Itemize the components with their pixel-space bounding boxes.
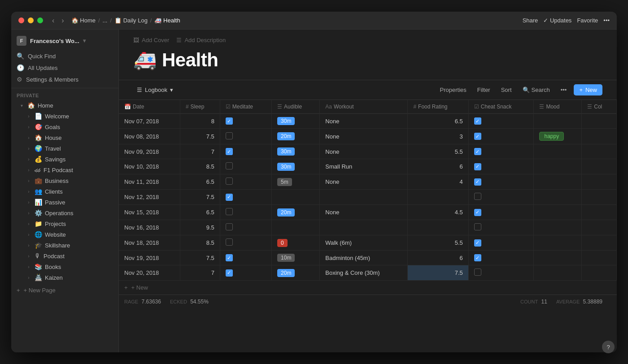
cell-cheat-snack[interactable]: [468, 190, 534, 205]
sidebar-item-projects[interactable]: › 📁 Projects: [13, 218, 117, 229]
col-sleep[interactable]: #Sleep: [180, 100, 220, 114]
cell-cheat-snack[interactable]: ✓: [468, 129, 534, 144]
sort-button[interactable]: Sort: [497, 85, 515, 95]
podcast-emoji: 🎙: [35, 252, 41, 260]
table-row[interactable]: Nov 15, 20186.520mNone4.5✓: [119, 205, 617, 220]
cell-meditate[interactable]: [220, 174, 271, 190]
table-row[interactable]: Nov 11, 20186.55mNone4✓: [119, 174, 617, 190]
close-button[interactable]: [18, 17, 24, 23]
breadcrumb-home[interactable]: 🏠 Home: [71, 17, 96, 24]
table-row[interactable]: Nov 12, 20187.5✓: [119, 190, 617, 205]
col-date[interactable]: 📅Date: [119, 100, 180, 114]
col-audible[interactable]: ☰Audible: [272, 100, 320, 114]
sidebar-item-passive[interactable]: › 📊 Passive: [13, 197, 117, 208]
sidebar-item-books[interactable]: › 📚 Books: [13, 261, 117, 272]
cell-cheat-snack[interactable]: [468, 220, 534, 235]
cell-mood: [534, 174, 582, 190]
sidebar-item-welcome[interactable]: › 📄 Welcome: [13, 111, 117, 121]
cell-meditate[interactable]: ✓: [220, 144, 271, 159]
cell-meditate[interactable]: [220, 235, 271, 251]
sidebar-item-goals[interactable]: › 🎯 Goals: [13, 121, 117, 132]
sidebar-item-operations[interactable]: › ⚙️ Operations: [13, 208, 117, 218]
cell-audible: 20m: [272, 205, 320, 220]
cell-cheat-snack[interactable]: [468, 265, 534, 281]
sidebar-item-f1podcast[interactable]: › 🏎 F1 Podcast: [13, 165, 117, 175]
table-row[interactable]: Nov 19, 20187.5✓10mBadminton (45m)6✓: [119, 251, 617, 265]
sidebar-item-home[interactable]: ▾ 🏠 Home: [13, 100, 117, 111]
sidebar-item-house[interactable]: › 🏠 House: [13, 132, 117, 143]
more-options-button[interactable]: •••: [557, 85, 571, 95]
cell-cheat-snack[interactable]: ✓: [468, 205, 534, 220]
cell-meditate[interactable]: ✓: [220, 114, 271, 129]
table-row[interactable]: Nov 20, 20187✓20mBoxing & Core (30m)7.5: [119, 265, 617, 281]
share-button[interactable]: Share: [523, 17, 538, 24]
back-button[interactable]: ‹: [50, 16, 56, 26]
cell-meditate[interactable]: ✓: [220, 190, 271, 205]
cell-meditate[interactable]: ✓: [220, 265, 271, 281]
col-workout[interactable]: AaWorkout: [320, 100, 408, 114]
sidebar-item-podcast[interactable]: › 🎙 Podcast: [13, 251, 117, 261]
settings-button[interactable]: ⚙ Settings & Members: [11, 74, 118, 85]
footer-average: AVERAGE 5.38889: [556, 299, 602, 305]
col-mood[interactable]: ☰Mood: [534, 100, 582, 114]
breadcrumb-ellipsis[interactable]: ...: [103, 17, 108, 24]
cell-workout: Boxing & Core (30m): [320, 265, 408, 281]
breadcrumb-daily-log[interactable]: 📋 Daily Log: [114, 17, 148, 24]
sidebar-item-clients[interactable]: › 👥 Clients: [13, 186, 117, 197]
cell-meditate[interactable]: [220, 205, 271, 220]
sidebar-item-kaizen[interactable]: › 🏯 Kaizen: [13, 272, 117, 283]
new-page-button[interactable]: + + New Page: [11, 285, 118, 296]
cell-cheat-snack[interactable]: ✓: [468, 174, 534, 190]
website-emoji: 🌐: [35, 231, 42, 238]
table-row[interactable]: Nov 07, 20188✓30mNone6.5✓: [119, 114, 617, 129]
all-updates-button[interactable]: 🕐 All Updates: [11, 62, 118, 74]
page-emoji: 🚑: [133, 49, 157, 71]
logbook-view-button[interactable]: ☰ Logbook ▾: [133, 85, 177, 95]
cell-meditate[interactable]: ✓: [220, 251, 271, 265]
new-record-button[interactable]: + New: [574, 84, 602, 95]
chevron-right-icon: ›: [26, 231, 32, 238]
add-cover-button[interactable]: 🖼 Add Cover: [133, 37, 169, 43]
minimize-button[interactable]: [28, 17, 34, 23]
updates-button[interactable]: ✓ Updates: [543, 17, 571, 24]
cell-mood: [534, 114, 582, 129]
cell-cheat-snack[interactable]: ✓: [468, 159, 534, 174]
table-row[interactable]: Nov 08, 20187.520mNone3✓happy: [119, 129, 617, 144]
workspace-button[interactable]: F Francesco's Wo... ▾: [11, 33, 118, 48]
favorite-button[interactable]: Favorite: [577, 17, 598, 24]
col-food-rating[interactable]: #Food Rating: [408, 100, 468, 114]
sidebar-item-website[interactable]: › 🌐 Website: [13, 229, 117, 240]
sidebar-item-business[interactable]: › 💼 Business: [13, 175, 117, 186]
cell-meditate[interactable]: [220, 129, 271, 144]
col-meditate[interactable]: ☑Meditate: [220, 100, 271, 114]
quick-find-button[interactable]: 🔍 Quick Find: [11, 50, 118, 62]
properties-button[interactable]: Properties: [436, 85, 470, 95]
cell-meditate[interactable]: [220, 220, 271, 235]
cell-cheat-snack[interactable]: ✓: [468, 235, 534, 251]
maximize-button[interactable]: [37, 17, 43, 23]
add-new-row[interactable]: + + New: [119, 281, 617, 295]
more-button[interactable]: •••: [603, 17, 610, 24]
table-row[interactable]: Nov 16, 20189.5: [119, 220, 617, 235]
help-button[interactable]: ?: [602, 341, 615, 353]
checkbox-checked-icon: ✓: [474, 178, 481, 186]
chevron-right-icon: ›: [26, 264, 32, 270]
table-row[interactable]: Nov 18, 20188.50Walk (6m)5.5✓: [119, 235, 617, 251]
cell-food-rating: 6: [408, 251, 468, 265]
search-button[interactable]: 🔍 Search: [519, 85, 554, 95]
sidebar-item-savings[interactable]: › 💰 Savings: [13, 154, 117, 165]
sidebar-item-skillshare[interactable]: › 🎓 Skillshare: [13, 240, 117, 251]
cell-cheat-snack[interactable]: ✓: [468, 114, 534, 129]
table-row[interactable]: Nov 09, 20187✓30mNone5.5✓: [119, 144, 617, 159]
table-row[interactable]: Nov 10, 20188.530mSmall Run6✓: [119, 159, 617, 174]
col-cheat-snack[interactable]: ☑Cheat Snack: [468, 100, 534, 114]
cell-cheat-snack[interactable]: ✓: [468, 144, 534, 159]
sidebar-item-travel[interactable]: › 🌍 Travel: [13, 143, 117, 154]
forward-button[interactable]: ›: [60, 16, 65, 26]
cell-cheat-snack[interactable]: ✓: [468, 251, 534, 265]
add-description-button[interactable]: ☰ Add Description: [176, 37, 226, 43]
table-icon: ☰: [137, 87, 142, 93]
cell-meditate[interactable]: [220, 159, 271, 174]
filter-button[interactable]: Filter: [474, 85, 494, 95]
col-extra[interactable]: ☰Col: [582, 100, 617, 114]
